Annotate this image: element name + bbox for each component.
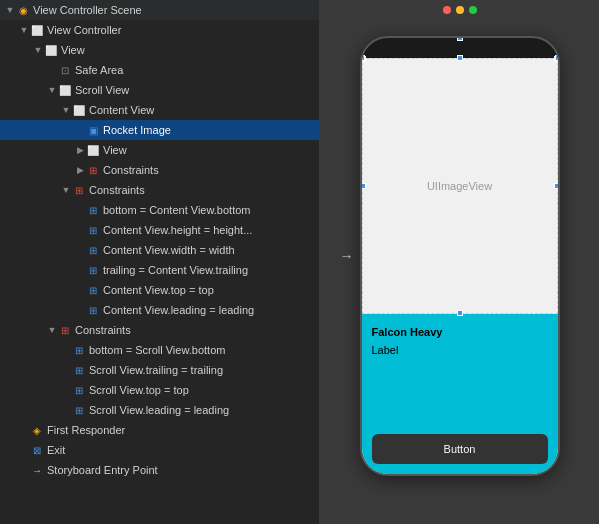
tree-label: Content View.width = width	[103, 245, 235, 256]
tree-item-safe-area[interactable]: ⊡Safe Area	[0, 60, 319, 80]
tree-label: Storyboard Entry Point	[47, 465, 158, 476]
img-handle-bm[interactable]	[457, 310, 463, 316]
constraint-icon: ⊞	[86, 243, 100, 257]
label-text: Label	[372, 344, 548, 356]
phone-screen: UIImageView Falcon Heavy Label Button	[362, 58, 558, 474]
entry-icon: →	[30, 463, 44, 477]
tree-label: Exit	[47, 445, 65, 456]
tree-item-constraints1[interactable]: ⊞Constraints	[0, 160, 319, 180]
tree-item-c5[interactable]: ⊞Content View.top = top	[0, 280, 319, 300]
content-bottom: Falcon Heavy Label Button	[362, 314, 558, 474]
entry-arrow-icon: →	[340, 248, 354, 264]
img-handle-ml[interactable]	[360, 183, 366, 189]
tree-label: Constraints	[75, 325, 131, 336]
image-view-area: UIImageView	[362, 58, 558, 314]
tree-label: Content View	[89, 105, 154, 116]
button-label: Button	[444, 443, 476, 455]
button-bar[interactable]: Button	[372, 434, 548, 464]
tree-item-exit[interactable]: ⊠Exit	[0, 440, 319, 460]
chevron-icon	[74, 164, 86, 176]
tree-label: Scroll View.top = top	[89, 385, 189, 396]
tree-label: Content View.height = height...	[103, 225, 252, 236]
tree-item-c4[interactable]: ⊞trailing = Content View.trailing	[0, 260, 319, 280]
tree-label: First Responder	[47, 425, 125, 436]
bottom-handle-tr[interactable]	[555, 55, 560, 61]
tree-item-view[interactable]: ⬜View	[0, 40, 319, 60]
tree-item-vc[interactable]: ⬜View Controller	[0, 20, 319, 40]
tree-label: Scroll View	[75, 85, 129, 96]
tree-item-vc-scene[interactable]: ◉View Controller Scene	[0, 0, 319, 20]
tree-label: trailing = Content View.trailing	[103, 265, 248, 276]
constraint-icon: ⊞	[72, 343, 86, 357]
bottom-handle-tm[interactable]	[457, 55, 463, 61]
close-dot	[443, 6, 451, 14]
chevron-icon	[46, 324, 58, 336]
img-handle-mr[interactable]	[554, 183, 560, 189]
outline-panel[interactable]: ◉View Controller Scene⬜View Controller⬜V…	[0, 0, 320, 524]
tree-item-constraints2[interactable]: ⊞Constraints	[0, 180, 319, 200]
canvas-panel: → UIImageView	[320, 0, 599, 524]
phone-frame: UIImageView Falcon Heavy Label Button	[360, 36, 560, 476]
maximize-dot	[469, 6, 477, 14]
constraint-icon: ⊞	[86, 283, 100, 297]
minimize-dot	[456, 6, 464, 14]
falcon-label: Falcon Heavy	[372, 326, 548, 338]
tree-item-c7[interactable]: ⊞bottom = Scroll View.bottom	[0, 340, 319, 360]
constraints-icon: ⊞	[86, 163, 100, 177]
tree-item-content-view[interactable]: ⬜Content View	[0, 100, 319, 120]
tree-label: Safe Area	[75, 65, 123, 76]
tree-item-c2[interactable]: ⊞Content View.height = height...	[0, 220, 319, 240]
tree-label: Constraints	[103, 165, 159, 176]
constraints-icon: ⊞	[72, 183, 86, 197]
tree-item-entry-point[interactable]: →Storyboard Entry Point	[0, 460, 319, 480]
scrollview-icon: ⬜	[58, 83, 72, 97]
constraint-icon: ⊞	[72, 363, 86, 377]
chevron-icon	[46, 84, 58, 96]
constraint-icon: ⊞	[72, 403, 86, 417]
tree-label: Content View.leading = leading	[103, 305, 254, 316]
tree-item-c8[interactable]: ⊞Scroll View.trailing = trailing	[0, 360, 319, 380]
image-view-label: UIImageView	[427, 180, 492, 192]
tree-item-first-responder[interactable]: ◈First Responder	[0, 420, 319, 440]
image-icon: ▣	[86, 123, 100, 137]
constraint-icon: ⊞	[72, 383, 86, 397]
tree-item-constraints3[interactable]: ⊞Constraints	[0, 320, 319, 340]
chevron-icon	[60, 184, 72, 196]
chevron-icon	[4, 4, 16, 16]
tree-label: Scroll View.trailing = trailing	[89, 365, 223, 376]
resize-handle-tr[interactable]	[555, 36, 560, 41]
tree-item-c1[interactable]: ⊞bottom = Content View.bottom	[0, 200, 319, 220]
scene-icon: ◉	[16, 3, 30, 17]
tree-item-c3[interactable]: ⊞Content View.width = width	[0, 240, 319, 260]
constraints-icon: ⊞	[58, 323, 72, 337]
tree-label: View	[103, 145, 127, 156]
chevron-icon	[32, 44, 44, 56]
tree-label: bottom = Scroll View.bottom	[89, 345, 225, 356]
bottom-handle-tl[interactable]	[360, 55, 365, 61]
tree-item-inner-view[interactable]: ⬜View	[0, 140, 319, 160]
tree-item-c10[interactable]: ⊞Scroll View.leading = leading	[0, 400, 319, 420]
tree-label: Constraints	[89, 185, 145, 196]
contentview-icon: ⬜	[72, 103, 86, 117]
resize-handle-top[interactable]	[457, 36, 463, 41]
chevron-icon	[60, 104, 72, 116]
tree-label: bottom = Content View.bottom	[103, 205, 250, 216]
tree-item-c9[interactable]: ⊞Scroll View.top = top	[0, 380, 319, 400]
view-icon: ⬜	[86, 143, 100, 157]
vc-icon: ⬜	[30, 23, 44, 37]
constraint-icon: ⊞	[86, 223, 100, 237]
exit-icon: ⊠	[30, 443, 44, 457]
chevron-icon	[18, 24, 30, 36]
constraint-icon: ⊞	[86, 203, 100, 217]
tree-label: Rocket Image	[103, 125, 171, 136]
tree-label: Scroll View.leading = leading	[89, 405, 229, 416]
tree-item-scroll-view[interactable]: ⬜Scroll View	[0, 80, 319, 100]
safearea-icon: ⊡	[58, 63, 72, 77]
resize-handle-tl[interactable]	[360, 36, 365, 41]
view-icon: ⬜	[44, 43, 58, 57]
chevron-icon	[74, 144, 86, 156]
responder-icon: ◈	[30, 423, 44, 437]
tree-item-rocket-image[interactable]: ▣Rocket Image	[0, 120, 319, 140]
tree-label: Content View.top = top	[103, 285, 214, 296]
tree-item-c6[interactable]: ⊞Content View.leading = leading	[0, 300, 319, 320]
